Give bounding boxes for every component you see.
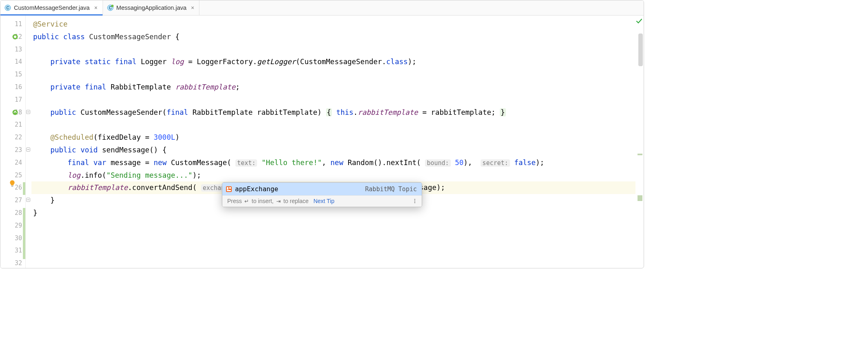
line-number: 32 [15, 257, 22, 268]
completion-footer: Press ↵ to insert, ⇥ to replace Next Tip [222, 195, 422, 207]
code-line [31, 94, 635, 106]
fold-toggle-icon[interactable] [26, 110, 30, 114]
line-number: 22 [15, 131, 22, 144]
footer-text: to insert, [252, 198, 274, 204]
inspection-ok-icon[interactable] [636, 18, 642, 25]
svg-point-19 [414, 201, 416, 202]
line-number: 14 [15, 56, 22, 68]
close-icon[interactable]: × [94, 4, 97, 11]
code-line [31, 43, 635, 56]
tab-label: MessagingApplication.java [116, 4, 187, 11]
code-line [31, 244, 635, 257]
editor[interactable]: 11 12 13 14 15 16 17 18 21 22 23 24 25 2… [0, 16, 644, 268]
more-icon[interactable] [412, 198, 418, 204]
line-number: 13 [15, 43, 22, 56]
code-line [31, 68, 635, 81]
line-number: 24 [15, 156, 22, 169]
code-line [31, 118, 635, 131]
footer-text: Press [227, 198, 242, 204]
spring-bean-icon[interactable] [12, 34, 18, 40]
line-number: 29 [15, 219, 22, 232]
svg-point-18 [414, 199, 416, 200]
tab-custommessagesender[interactable]: C CustomMessageSender.java × [0, 0, 103, 15]
code-line [31, 257, 635, 268]
code-line: public class CustomMessageSender { [31, 31, 635, 43]
editor-tabbar: C CustomMessageSender.java × C Messaging… [0, 0, 644, 16]
next-tip-link[interactable]: Next Tip [313, 198, 334, 204]
fold-toggle-icon[interactable] [26, 147, 30, 152]
fold-end-icon[interactable] [26, 198, 30, 202]
scrollbar-mark [638, 195, 642, 201]
tab-messagingapplication[interactable]: C MessagingApplication.java × [103, 0, 200, 15]
spring-autowire-icon[interactable] [12, 109, 18, 116]
java-class-spring-icon: C [107, 4, 114, 11]
scrollbar-mark [638, 154, 642, 155]
line-number: 21 [15, 118, 22, 131]
svg-rect-15 [227, 187, 228, 190]
completion-item-type: RabbitMQ Topic [365, 185, 417, 193]
line-number: 31 [15, 244, 22, 257]
code-line: @Scheduled(fixedDelay = 3000L) [31, 131, 635, 144]
close-icon[interactable]: × [191, 4, 194, 11]
code-area[interactable]: @Service public class CustomMessageSende… [31, 16, 635, 268]
enter-key-icon: ↵ [244, 198, 250, 204]
svg-rect-17 [227, 190, 231, 191]
line-number: 11 [15, 18, 22, 31]
line-number: 17 [15, 94, 22, 106]
footer-text: to replace [284, 198, 309, 204]
rabbitmq-icon [226, 186, 232, 192]
completion-item-label: appExchange [235, 185, 278, 193]
code-line: } [31, 207, 635, 219]
tab-key-icon: ⇥ [275, 198, 282, 204]
svg-point-20 [414, 202, 416, 203]
intention-bulb-icon[interactable] [9, 180, 16, 187]
line-number: 27 [15, 194, 22, 207]
code-line: public void sendMessage() { [31, 144, 635, 156]
svg-point-6 [13, 109, 18, 115]
scrollbar-thumb[interactable] [638, 34, 643, 66]
code-line [31, 232, 635, 245]
svg-rect-16 [229, 187, 231, 189]
code-line [31, 219, 635, 232]
line-number: 23 [15, 144, 22, 156]
line-number: 15 [15, 68, 22, 81]
java-class-icon: C [4, 4, 11, 11]
fold-gutter [26, 16, 31, 268]
tab-label: CustomMessageSender.java [14, 4, 89, 11]
completion-item[interactable]: appExchange RabbitMQ Topic [222, 183, 422, 195]
line-number-gutter: 11 12 13 14 15 16 17 18 21 22 23 24 25 2… [0, 16, 26, 268]
completion-popup: appExchange RabbitMQ Topic Press ↵ to in… [222, 182, 422, 207]
line-number: 16 [15, 81, 22, 94]
line-number: 28 [15, 207, 22, 219]
code-line: private static final Logger log = Logger… [31, 56, 635, 68]
code-line: public CustomMessageSender(final RabbitT… [31, 106, 635, 119]
code-line: @Service [31, 18, 635, 31]
line-number: 30 [15, 232, 22, 245]
code-line: private final RabbitTemplate rabbitTempl… [31, 81, 635, 94]
svg-text:C: C [6, 6, 9, 10]
code-line: log.info("Sending message..."); [31, 169, 635, 182]
svg-rect-13 [11, 186, 13, 187]
code-line: final var message = new CustomMessage( t… [31, 156, 635, 169]
svg-point-4 [111, 5, 114, 7]
editor-scrollbar[interactable] [638, 31, 644, 268]
